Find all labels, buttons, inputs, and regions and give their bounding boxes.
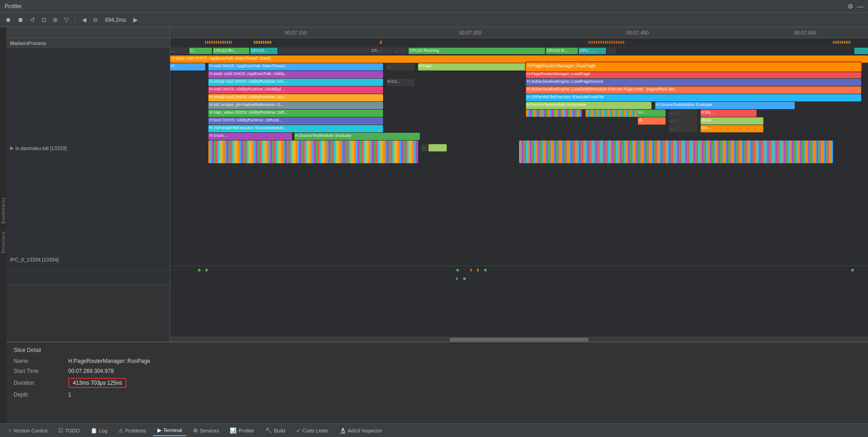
- toolbar: ⏺ ⏹ ↺ ⊡ ⊕ ▽ ◀ ⊖ 694.2ms ▶: [0, 13, 868, 27]
- tab-code-linter[interactable]: ✓ Code Linter: [292, 426, 333, 436]
- thread-row-10: H:JSPandaFileExecutor::ExecuteModule... …: [170, 125, 868, 132]
- flame-dots-3[interactable]: ...: [669, 125, 697, 132]
- cpu-bar-prefix: ...: [170, 48, 188, 54]
- tab-profiler-label: Profiler: [238, 428, 254, 433]
- bottom-tab-bar: ⑂ Version Control ☑ TODO 📋 Log ⚠ Problem…: [0, 423, 868, 437]
- ipc-name: IPC_0_13334 [13334]: [10, 257, 59, 262]
- settings-icon[interactable]: ⚙: [848, 3, 853, 10]
- zoom-in-button[interactable]: ⊕: [51, 15, 60, 24]
- flame-libj[interactable]: H:libj...: [701, 110, 757, 117]
- tab-version-control[interactable]: ⑂ Version Control: [4, 426, 52, 436]
- stop-button[interactable]: ⏹: [16, 15, 25, 24]
- flame-hs[interactable]: H:/...: [638, 110, 666, 117]
- timeline-content: Markers Process ▶ lx.danmaku.bili [13333…: [6, 27, 868, 342]
- flame-virtual-uia[interactable]: H:virtual void OHOS::AbilityRuntime::UIA…: [208, 79, 383, 86]
- ipc-dot-4: [470, 269, 472, 271]
- app-title: Profiler: [5, 3, 22, 10]
- tab-profiler[interactable]: 📊 Profiler: [225, 426, 259, 436]
- flame-jspanda[interactable]: H:JSPandaFileExecutor::ExecuteModule...: [208, 125, 383, 132]
- time-label-3: 00:07.450: [626, 30, 649, 35]
- flame-instantiate[interactable]: H:SourceTextModule::Instantiate: [526, 102, 651, 109]
- ipc-dot-2: [205, 269, 208, 271]
- tracks-area[interactable]: ... C... CPU10 Ru... CPU10 ... CP... ...…: [170, 38, 868, 337]
- markers-label: Markers: [10, 40, 28, 46]
- detail-row-starttime: Start Time 00:07.269.304.978: [14, 368, 861, 374]
- tab-services[interactable]: ⚙ Services: [188, 426, 223, 436]
- cpu-bar-cpu10running: CPU10 Running: [409, 48, 545, 54]
- next-button[interactable]: ▶: [131, 15, 140, 24]
- flame-main-static[interactable]: H:static void OHOS::AppExecFwk::MainThre…: [170, 55, 868, 63]
- thread-row-main: H:static void OHOS::AppExecFwk::MainThre…: [170, 55, 868, 63]
- cpu-bar-end: [607, 48, 616, 54]
- flame-dots-1[interactable]: ...: [387, 63, 414, 70]
- tab-problems-label: Problems: [125, 428, 146, 433]
- flame-link[interactable]: link...: [701, 125, 763, 132]
- flame-loadjs[interactable]: H:JsiDeclarativeEngine::LoadJsWithModule…: [526, 86, 861, 94]
- flame-h-prefix[interactable]: H:...: [170, 63, 205, 70]
- flame-hnapi[interactable]: H:Napi...: [418, 63, 530, 70]
- services-icon: ⚙: [193, 427, 198, 434]
- arkui-inspector-icon: 🔬: [339, 427, 346, 434]
- flame-static-ability[interactable]: H:static void OHOS::AppExecFwk::Ability.…: [208, 71, 383, 78]
- flame-dlopen[interactable]: dlope...: [701, 117, 763, 125]
- structure-tab[interactable]: Structure: [0, 227, 7, 257]
- depth-label: Depth: [14, 392, 68, 398]
- tab-todo-label: TODO: [65, 428, 80, 433]
- flame-source-evaluate[interactable]: H:SourceTextModule::Evaluate: [294, 133, 420, 140]
- zoom-fit-button[interactable]: ⊡: [40, 15, 48, 24]
- flame-execute-from-file[interactable]: H:JSPandaFileExecutor::ExecuteFromFile: [526, 94, 861, 101]
- cpu-bar-c: C...: [189, 48, 212, 54]
- tab-todo[interactable]: ☑ TODO: [54, 426, 84, 436]
- thread-row-11: H:Sourc... H:SourceTextModule::Evaluate: [170, 133, 868, 140]
- flame-loadpagesource[interactable]: H:JsiDeclarativeEngine::LoadPageSource: [526, 79, 861, 86]
- tab-log[interactable]: 📋 Log: [86, 426, 112, 436]
- flame-loadpage[interactable]: H:PageRouterManager::LoadPage: [526, 71, 861, 78]
- labels-column: Markers Process ▶ lx.danmaku.bili [13333…: [6, 27, 170, 342]
- minimize-icon[interactable]: —: [857, 3, 863, 10]
- flame-selected-runpage[interactable]: H:PageRouterManager::RunPage: [526, 62, 861, 71]
- flame-void-uiabilityl[interactable]: H:void OHOS::AbilityRuntime::UIAbilityl.…: [208, 86, 383, 94]
- code-linter-icon: ✓: [296, 427, 301, 434]
- label-header-spacer: [6, 27, 170, 38]
- markers-row: [170, 38, 868, 47]
- flame-right-dense: [519, 141, 833, 163]
- left-sidebar: Bookmarks Structure: [0, 27, 6, 423]
- cpu-bar-cpux: CPU... ...: [579, 48, 606, 54]
- time-label-1: 00:07.150: [285, 30, 307, 35]
- version-control-icon: ⑂: [8, 427, 11, 434]
- cpu-bar-far-right: [854, 48, 868, 54]
- cpu-bar-cpu10: CPU10 ...: [250, 48, 278, 54]
- flame-dl[interactable]: dl...: [638, 117, 666, 125]
- flame-dots-2[interactable]: H:Co...: [387, 79, 414, 86]
- flame-sourc[interactable]: H:Sourc...: [208, 133, 292, 140]
- prev-button[interactable]: ◀: [80, 15, 88, 24]
- ipc-label2: [6, 271, 170, 285]
- tab-build[interactable]: 🔨 Build: [261, 426, 289, 436]
- filter-button[interactable]: ▽: [62, 15, 71, 24]
- flame-dots-mid[interactable]: ...: [669, 110, 697, 117]
- flame-dots-dl[interactable]: ...: [669, 117, 697, 125]
- flame-dense-2: [585, 110, 641, 117]
- zoom-out-button[interactable]: ⊖: [91, 15, 100, 24]
- process-label: ▶ lx.danmaku.bili [13333]: [6, 48, 170, 248]
- scrollbar-thumb[interactable]: [449, 338, 589, 342]
- detail-row-duration: Duration 413ms 703μs 125ns: [14, 378, 861, 388]
- cpu-bar-dots: ...: [394, 48, 408, 54]
- tab-problems[interactable]: ⚠ Problems: [114, 426, 151, 436]
- bookmarks-tab[interactable]: Bookmarks: [0, 193, 7, 227]
- flame-bool-jsrunt[interactable]: H:bool OHOS::AbilityRuntime::JsRunti...: [208, 117, 383, 125]
- refresh-button[interactable]: ↺: [28, 15, 37, 24]
- flame-hvoid[interactable]: H:void OHOS::AppExecFwk::MainThread::...: [208, 63, 383, 70]
- ipc-dot-7: [851, 269, 854, 271]
- tab-terminal[interactable]: ▶ Terminal: [153, 425, 187, 436]
- record-button[interactable]: ⏺: [4, 15, 13, 24]
- build-icon: 🔨: [265, 427, 272, 434]
- flame-evaluate-source[interactable]: H:SourceTextModule::Evaluate: [655, 102, 795, 109]
- flame-virtual-jsu[interactable]: H:virtual void OHOS::AbilityRuntime::JsU…: [208, 94, 383, 101]
- horizontal-scrollbar[interactable]: [170, 337, 868, 342]
- flame-unique-ptr[interactable]: H:std::unique_ptr<NativeReference> O...: [208, 102, 383, 109]
- collapse-arrow[interactable]: ▶: [10, 145, 14, 151]
- flame-napi[interactable]: H:napi_value OHOS::AbilityRuntime::JsR..…: [208, 110, 383, 117]
- starttime-value: 00:07.269.304.978: [68, 368, 114, 374]
- tab-arkui-inspector[interactable]: 🔬 ArkUI Inspector: [335, 426, 387, 436]
